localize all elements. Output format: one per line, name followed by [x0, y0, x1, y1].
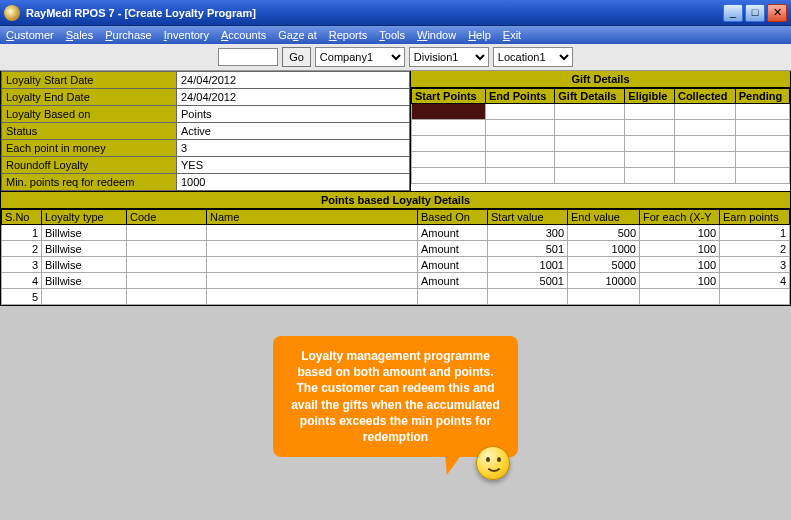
points-cell[interactable]	[127, 273, 207, 289]
menu-gazeat[interactable]: Gaze at	[278, 29, 317, 41]
points-cell[interactable]: 100	[640, 241, 720, 257]
menu-exit[interactable]: Exit	[503, 29, 521, 41]
gift-cell[interactable]	[735, 136, 789, 152]
points-cell[interactable]: 5001	[488, 273, 568, 289]
gift-cell[interactable]	[555, 120, 625, 136]
points-cell[interactable]	[720, 289, 790, 305]
menu-help[interactable]: Help	[468, 29, 491, 41]
menu-purchase[interactable]: Purchase	[105, 29, 151, 41]
points-cell[interactable]	[418, 289, 488, 305]
points-cell[interactable]: 100	[640, 273, 720, 289]
form-value[interactable]: 3	[177, 140, 410, 157]
points-cell[interactable]: 4	[720, 273, 790, 289]
points-cell[interactable]	[127, 225, 207, 241]
table-row[interactable]: 4BillwiseAmount5001100001004	[2, 273, 790, 289]
points-cell[interactable]: 300	[488, 225, 568, 241]
table-row[interactable]: 3BillwiseAmount100150001003	[2, 257, 790, 273]
gift-cell[interactable]	[555, 136, 625, 152]
minimize-button[interactable]: _	[723, 4, 743, 22]
gift-cell[interactable]	[735, 120, 789, 136]
menu-sales[interactable]: Sales	[66, 29, 94, 41]
gift-table[interactable]: Start PointsEnd PointsGift DetailsEligib…	[411, 88, 790, 184]
points-cell[interactable]: 1000	[568, 241, 640, 257]
table-row[interactable]: 5	[2, 289, 790, 305]
points-cell[interactable]	[207, 257, 418, 273]
table-row[interactable]: 2BillwiseAmount50110001002	[2, 241, 790, 257]
form-value[interactable]: Active	[177, 123, 410, 140]
points-cell[interactable]	[207, 289, 418, 305]
points-cell[interactable]: Billwise	[42, 225, 127, 241]
points-cell[interactable]	[127, 241, 207, 257]
gift-cell[interactable]	[485, 104, 554, 120]
points-cell[interactable]: 4	[2, 273, 42, 289]
points-cell[interactable]: 2	[2, 241, 42, 257]
gift-cell[interactable]	[555, 104, 625, 120]
points-cell[interactable]: 1	[2, 225, 42, 241]
menu-tools[interactable]: Tools	[379, 29, 405, 41]
go-button[interactable]: Go	[282, 47, 311, 67]
points-cell[interactable]	[127, 289, 207, 305]
gift-cell[interactable]	[412, 152, 486, 168]
menu-accounts[interactable]: Accounts	[221, 29, 266, 41]
gift-cell[interactable]	[412, 104, 486, 120]
points-cell[interactable]: 5000	[568, 257, 640, 273]
points-cell[interactable]: Amount	[418, 273, 488, 289]
gift-cell[interactable]	[625, 152, 675, 168]
gift-cell[interactable]	[555, 152, 625, 168]
form-value[interactable]: 24/04/2012	[177, 89, 410, 106]
gift-cell[interactable]	[485, 136, 554, 152]
gift-cell[interactable]	[674, 168, 735, 184]
points-cell[interactable]: Amount	[418, 257, 488, 273]
form-value[interactable]: 1000	[177, 174, 410, 191]
points-cell[interactable]: 3	[2, 257, 42, 273]
gift-cell[interactable]	[735, 152, 789, 168]
location-select[interactable]: Location1	[493, 47, 573, 67]
gift-cell[interactable]	[625, 104, 675, 120]
points-cell[interactable]: Billwise	[42, 273, 127, 289]
gift-cell[interactable]	[674, 152, 735, 168]
gift-cell[interactable]	[485, 152, 554, 168]
points-cell[interactable]: 1001	[488, 257, 568, 273]
gift-cell[interactable]	[674, 104, 735, 120]
table-row[interactable]: 1BillwiseAmount3005001001	[2, 225, 790, 241]
gift-cell[interactable]	[735, 168, 789, 184]
menu-window[interactable]: Window	[417, 29, 456, 41]
points-cell[interactable]: Amount	[418, 225, 488, 241]
menu-inventory[interactable]: Inventory	[164, 29, 209, 41]
points-cell[interactable]: 1	[720, 225, 790, 241]
points-cell[interactable]	[207, 225, 418, 241]
form-value[interactable]: 24/04/2012	[177, 72, 410, 89]
gift-cell[interactable]	[412, 168, 486, 184]
form-value[interactable]: YES	[177, 157, 410, 174]
gift-cell[interactable]	[412, 136, 486, 152]
points-cell[interactable]	[207, 241, 418, 257]
gift-cell[interactable]	[674, 136, 735, 152]
gift-cell[interactable]	[555, 168, 625, 184]
gift-cell[interactable]	[735, 104, 789, 120]
points-cell[interactable]: 501	[488, 241, 568, 257]
points-cell[interactable]: 100	[640, 225, 720, 241]
points-cell[interactable]	[127, 257, 207, 273]
points-cell[interactable]: 100	[640, 257, 720, 273]
points-cell[interactable]	[42, 289, 127, 305]
search-input[interactable]	[218, 48, 278, 66]
close-button[interactable]: ✕	[767, 4, 787, 22]
points-cell[interactable]: 500	[568, 225, 640, 241]
points-cell[interactable]	[640, 289, 720, 305]
points-cell[interactable]: Billwise	[42, 241, 127, 257]
gift-cell[interactable]	[485, 120, 554, 136]
points-cell[interactable]: Amount	[418, 241, 488, 257]
points-table[interactable]: S.NoLoyalty typeCodeNameBased OnStart va…	[1, 209, 790, 305]
points-cell[interactable]	[488, 289, 568, 305]
points-cell[interactable]	[568, 289, 640, 305]
menu-reports[interactable]: Reports	[329, 29, 368, 41]
gift-cell[interactable]	[412, 120, 486, 136]
points-cell[interactable]: 3	[720, 257, 790, 273]
gift-cell[interactable]	[485, 168, 554, 184]
points-cell[interactable]: 5	[2, 289, 42, 305]
maximize-button[interactable]: □	[745, 4, 765, 22]
gift-cell[interactable]	[625, 120, 675, 136]
points-cell[interactable]: 2	[720, 241, 790, 257]
form-value[interactable]: Points	[177, 106, 410, 123]
company-select[interactable]: Company1	[315, 47, 405, 67]
